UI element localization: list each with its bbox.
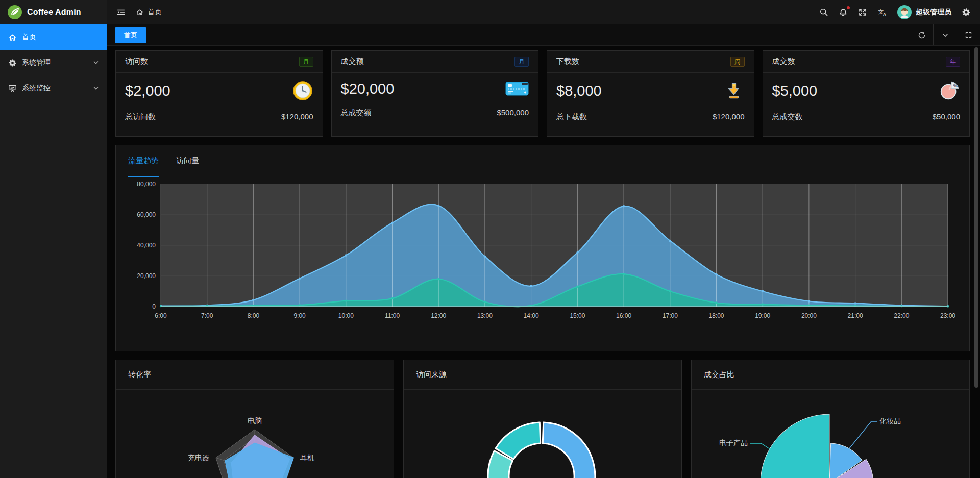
page-content: 访问数 月 $2,000 xyxy=(107,46,980,478)
home-icon xyxy=(136,8,144,16)
tabbar: 首页 xyxy=(107,24,980,46)
tab-traffic-trend[interactable]: 流量趋势 xyxy=(128,145,159,177)
menu-fold-icon[interactable] xyxy=(116,8,126,17)
search-icon[interactable] xyxy=(819,8,828,17)
stat-card-turnover: 成交额 月 $20,000 xyxy=(331,50,539,137)
trend-card: 流量趋势 访问量 020,00040,00060,00080,0006:007:… xyxy=(115,145,970,351)
svg-text:11:00: 11:00 xyxy=(385,312,400,319)
sidebar-menu: 首页 系统管理 系统监控 xyxy=(0,24,107,101)
conversion-rate-card: 转化率 电脑耳机充电器 xyxy=(115,360,394,478)
sidebar-item-home[interactable]: 首页 xyxy=(0,24,107,50)
svg-text:电子产品: 电子产品 xyxy=(719,439,748,447)
svg-text:电脑: 电脑 xyxy=(248,417,262,425)
tab-visit-volume[interactable]: 访问量 xyxy=(176,145,199,177)
svg-text:22:00: 22:00 xyxy=(894,312,909,319)
svg-text:%: % xyxy=(953,83,958,88)
stat-footer-value: $50,000 xyxy=(933,112,960,122)
app-logo: Coffee Admin xyxy=(0,0,107,24)
stat-title: 成交数 xyxy=(772,57,795,66)
download-icon xyxy=(723,80,745,102)
sidebar-item-label: 首页 xyxy=(22,33,36,42)
svg-text:17:00: 17:00 xyxy=(663,312,678,319)
tab-home[interactable]: 首页 xyxy=(115,27,146,43)
deal-share-card: 成交占比 电子产品化妆品 xyxy=(691,360,970,478)
chevron-down-icon xyxy=(93,85,99,91)
svg-text:13:00: 13:00 xyxy=(477,312,493,319)
notification-dot xyxy=(847,6,850,9)
stat-footer-label: 总成交数 xyxy=(772,112,803,122)
stat-title: 成交额 xyxy=(341,57,364,66)
tab-tools xyxy=(910,24,980,45)
panel-title: 成交占比 xyxy=(692,360,969,390)
bottom-card-row: 转化率 电脑耳机充电器 访问来源 成交占比 电子产品化妆品 xyxy=(115,360,970,478)
translate-icon[interactable]: 文 A xyxy=(877,8,887,17)
period-badge: 月 xyxy=(299,57,313,67)
username: 超级管理员 xyxy=(916,8,951,17)
leaf-logo-icon xyxy=(7,5,22,20)
svg-text:8:00: 8:00 xyxy=(248,312,260,319)
sidebar-item-system-monitor[interactable]: 系统监控 xyxy=(0,76,107,101)
refresh-icon[interactable] xyxy=(910,24,933,45)
stat-footer-value: $120,000 xyxy=(281,112,313,122)
area-chart: 020,00040,00060,00080,0006:007:008:009:0… xyxy=(116,177,969,330)
sidebar: Coffee Admin 首页 系统管理 xyxy=(0,0,107,478)
bell-icon[interactable] xyxy=(839,8,848,17)
stat-footer-value: $500,000 xyxy=(497,108,529,118)
svg-text:6:00: 6:00 xyxy=(155,312,167,319)
svg-text:10:00: 10:00 xyxy=(338,312,354,319)
sidebar-item-label: 系统管理 xyxy=(22,58,51,67)
clock-icon xyxy=(292,80,313,102)
radar-chart: 电脑耳机充电器 xyxy=(116,390,394,478)
period-badge: 周 xyxy=(730,57,745,67)
stat-value: $20,000 xyxy=(341,81,395,97)
stat-value: $2,000 xyxy=(125,83,170,99)
fullscreen-icon[interactable] xyxy=(858,8,867,17)
stat-card-row: 访问数 月 $2,000 xyxy=(115,50,970,137)
chevron-down-icon[interactable] xyxy=(933,24,957,45)
svg-text:16:00: 16:00 xyxy=(616,312,631,319)
svg-text:60,000: 60,000 xyxy=(137,211,156,218)
donut-chart xyxy=(404,390,681,478)
panel-title: 转化率 xyxy=(116,360,394,390)
sidebar-item-system-management[interactable]: 系统管理 xyxy=(0,50,107,76)
stat-footer-value: $120,000 xyxy=(713,112,745,122)
avatar xyxy=(897,5,912,19)
period-badge: 年 xyxy=(946,57,960,67)
main-column: 首页 xyxy=(107,0,980,478)
stat-card-visits: 访问数 月 $2,000 xyxy=(115,50,323,137)
svg-text:耳机: 耳机 xyxy=(300,454,314,462)
maximize-icon[interactable] xyxy=(957,24,980,45)
svg-text:化妆品: 化妆品 xyxy=(879,417,901,425)
stat-value: $8,000 xyxy=(556,83,602,99)
chevron-down-icon xyxy=(93,60,99,66)
pie-chart-icon: % xyxy=(939,80,960,102)
sidebar-item-label: 系统监控 xyxy=(22,84,51,93)
svg-text:12:00: 12:00 xyxy=(431,312,446,319)
stat-value: $5,000 xyxy=(772,83,818,99)
svg-text:80,000: 80,000 xyxy=(137,181,156,188)
svg-text:0: 0 xyxy=(152,303,156,310)
svg-text:19:00: 19:00 xyxy=(755,312,770,319)
svg-text:9:00: 9:00 xyxy=(293,312,306,319)
breadcrumb[interactable]: 首页 xyxy=(136,8,162,17)
visit-source-card: 访问来源 xyxy=(403,360,682,478)
user-menu[interactable]: 超级管理员 xyxy=(897,5,951,19)
credit-card-icon xyxy=(505,80,529,97)
settings-gear-icon[interactable] xyxy=(962,8,971,17)
svg-text:23:00: 23:00 xyxy=(940,312,955,319)
svg-text:18:00: 18:00 xyxy=(708,312,724,319)
stat-title: 下载数 xyxy=(556,57,579,66)
stat-footer-label: 总成交额 xyxy=(341,108,372,118)
svg-text:7:00: 7:00 xyxy=(201,312,213,319)
svg-text:A: A xyxy=(883,12,887,17)
topbar: 首页 xyxy=(107,0,980,24)
stat-card-deals: 成交数 年 $5,000 % xyxy=(763,50,970,137)
svg-text:14:00: 14:00 xyxy=(524,312,539,319)
breadcrumb-label: 首页 xyxy=(148,8,162,17)
svg-text:21:00: 21:00 xyxy=(848,312,863,319)
gear-icon xyxy=(8,59,17,67)
app-title: Coffee Admin xyxy=(27,8,81,17)
svg-text:20:00: 20:00 xyxy=(801,312,817,319)
svg-text:充电器: 充电器 xyxy=(188,454,209,462)
vertical-scrollbar-thumb[interactable] xyxy=(974,47,978,388)
